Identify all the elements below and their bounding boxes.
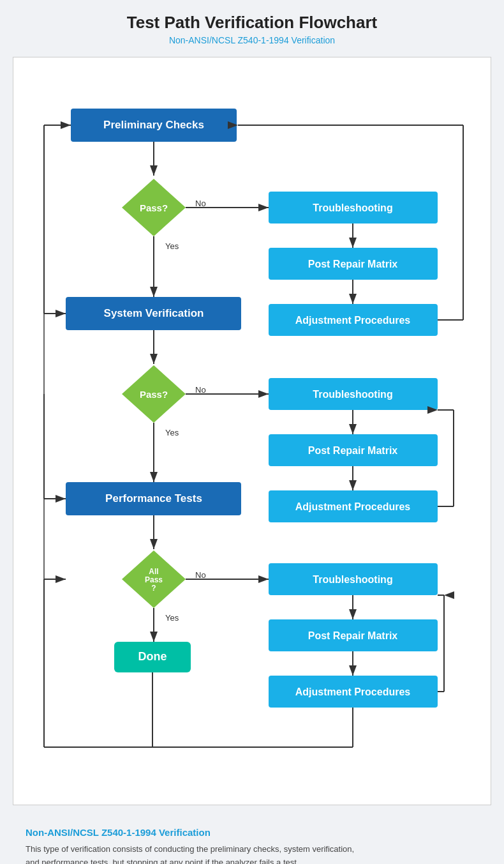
page-wrapper: Test Path Verification Flowchart Non-ANS… [0, 0, 504, 864]
post-repair3-label: Post Repair Matrix [308, 630, 398, 641]
troubleshooting1-label: Troubleshooting [313, 202, 392, 213]
pass3-label-line2: Pass [145, 575, 163, 584]
desc-text: This type of verification consists of co… [26, 843, 478, 864]
desc-title: Non-ANSI/NCSL Z540-1-1994 Verification [26, 827, 478, 838]
yes3-label: Yes [165, 613, 179, 623]
adjustment2-label: Adjustment Procedures [295, 501, 411, 512]
pass3-label-line1: All [149, 567, 158, 576]
sub-title: Non-ANSI/NCSL Z540-1-1994 Verification [0, 35, 504, 45]
pass3-label-line3: ? [151, 584, 156, 593]
done-label: Done [138, 650, 167, 663]
main-title: Test Path Verification Flowchart [0, 13, 504, 33]
adjustment1-label: Adjustment Procedures [295, 315, 411, 326]
system-verification-label: System Verification [104, 307, 204, 319]
post-repair2-label: Post Repair Matrix [308, 445, 398, 456]
pass2-label: Pass? [140, 389, 168, 400]
performance-tests-label: Performance Tests [105, 492, 202, 504]
post-repair1-label: Post Repair Matrix [308, 259, 398, 269]
description-section: Non-ANSI/NCSL Z540-1-1994 Verification T… [13, 817, 491, 864]
no1-label: No [195, 199, 206, 208]
no2-label: No [195, 385, 206, 395]
adjustment3-label: Adjustment Procedures [295, 686, 411, 697]
preliminary-checks-label: Preliminary Checks [103, 119, 204, 131]
yes2-label: Yes [165, 428, 179, 437]
flowchart-container: Preliminary Checks Pass? No Yes Troubles… [13, 57, 491, 805]
troubleshooting3-label: Troubleshooting [313, 574, 392, 585]
pass1-label: Pass? [140, 202, 168, 213]
troubleshooting2-label: Troubleshooting [313, 389, 392, 400]
no3-label: No [195, 570, 206, 580]
flowchart-svg: Preliminary Checks Pass? No Yes Troubles… [20, 70, 485, 785]
title-section: Test Path Verification Flowchart Non-ANS… [0, 13, 504, 45]
yes1-label: Yes [165, 241, 179, 251]
